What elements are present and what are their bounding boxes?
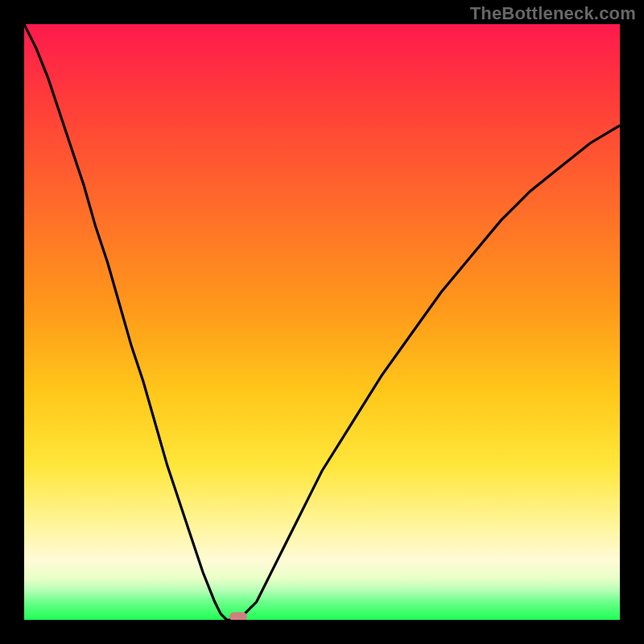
curve-path (24, 24, 620, 620)
plot-area (24, 24, 620, 620)
bottleneck-curve (24, 24, 620, 620)
watermark-text: TheBottleneck.com (470, 3, 636, 24)
optimum-marker (229, 613, 247, 621)
chart-frame: TheBottleneck.com (0, 0, 644, 644)
